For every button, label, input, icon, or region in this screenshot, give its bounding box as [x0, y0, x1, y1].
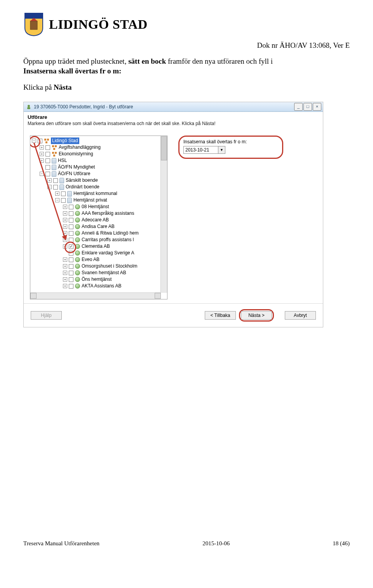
close-button[interactable]: ×: [313, 103, 321, 111]
wizard-buttons: Hjälp < Tillbaka Nästa > Avbryt: [24, 303, 323, 327]
expand-icon[interactable]: +: [63, 277, 67, 282]
checkbox[interactable]: [69, 271, 73, 275]
expand-icon[interactable]: −: [55, 198, 59, 202]
minimize-button[interactable]: _: [294, 103, 303, 111]
checkbox[interactable]: [45, 172, 50, 176]
expand-icon[interactable]: +: [40, 158, 44, 163]
svg-rect-7: [55, 145, 57, 147]
cancel-button[interactable]: Avbryt: [285, 311, 316, 320]
tree-node[interactable]: +Clementia AB: [32, 243, 167, 250]
expand-icon[interactable]: +: [40, 145, 44, 150]
expand-icon[interactable]: +: [63, 224, 67, 229]
tree-node[interactable]: + Särskilt boende: [32, 177, 167, 184]
checkbox[interactable]: [69, 277, 73, 282]
tree-label: Ekonomistyrning: [59, 151, 93, 157]
checkbox[interactable]: [61, 191, 66, 196]
checkbox[interactable]: [69, 205, 73, 209]
checkbox[interactable]: [45, 165, 50, 170]
checkbox[interactable]: [45, 145, 50, 150]
checkbox[interactable]: [69, 231, 73, 236]
document-page: LIDINGÖ STAD Dok nr ÄHO/AV 13:068, Ver E…: [0, 0, 373, 551]
tree-node[interactable]: +Adeocare AB: [32, 217, 167, 223]
svg-rect-2: [27, 107, 30, 109]
expand-icon[interactable]: +: [63, 257, 67, 262]
date-panel: Insatserna skall övertas fr o m: ▼: [178, 136, 317, 299]
tree-label: Hemtjänst privat: [73, 197, 107, 204]
tree-node[interactable]: +AKTA Assistans AB: [32, 283, 167, 289]
window-title: 19 370605-T000 Persdotter, Ingrid - Byt …: [34, 104, 133, 110]
expand-icon[interactable]: −: [47, 185, 52, 189]
checkbox[interactable]: [38, 139, 42, 143]
window-titlebar[interactable]: 19 370605-T000 Persdotter, Ingrid - Byt …: [24, 102, 323, 112]
clip-icon: [67, 191, 72, 197]
text-fragment: framför den nya utföraren och fyll i: [166, 57, 273, 65]
clip-icon: [67, 198, 72, 203]
tree-node[interactable]: − ÄO/FN Utförare: [32, 170, 167, 177]
expand-icon[interactable]: +: [63, 211, 67, 216]
expand-icon[interactable]: −: [40, 172, 44, 176]
footer-center: 2015-10-06: [202, 540, 230, 547]
checkbox[interactable]: [69, 224, 73, 229]
tree-node[interactable]: − Hemtjänst privat: [32, 197, 167, 204]
person-icon: [75, 237, 80, 242]
checkbox[interactable]: [61, 198, 66, 203]
expand-icon[interactable]: +: [55, 191, 59, 196]
date-input[interactable]: [183, 146, 218, 154]
checkbox[interactable]: [45, 152, 50, 157]
tree-label: Ordinärt boende: [66, 184, 99, 190]
tree-node[interactable]: +Svanen hemtjänst AB: [32, 270, 167, 276]
next-button[interactable]: Nästa >: [241, 311, 272, 320]
date-dropdown-button[interactable]: ▼: [218, 146, 225, 154]
tree-node[interactable]: +AAA flerspråkig assistans: [32, 210, 167, 217]
expand-icon[interactable]: +: [63, 244, 67, 249]
svg-point-1: [28, 105, 30, 107]
expand-icon[interactable]: +: [63, 205, 67, 209]
checkbox[interactable]: [69, 211, 73, 216]
expand-icon[interactable]: −: [32, 139, 36, 143]
expand-icon[interactable]: +: [40, 152, 44, 156]
scrollbar-horizontal[interactable]: [30, 292, 161, 299]
tree-node[interactable]: +Anneli & Ritwa Lidingö hem: [32, 230, 167, 237]
expand-icon[interactable]: +: [63, 264, 67, 268]
checkbox[interactable]: [69, 251, 73, 256]
checkbox[interactable]: [69, 257, 73, 262]
checkbox[interactable]: [69, 238, 73, 242]
tree-node[interactable]: − Ordinärt boende: [32, 184, 167, 190]
expand-icon[interactable]: +: [63, 218, 67, 222]
expand-icon[interactable]: +: [63, 231, 67, 235]
tree-node[interactable]: + Avgiftshandläggning: [32, 144, 167, 151]
tree-node[interactable]: +Eveo AB: [32, 256, 167, 263]
tree-label: Anneli & Ritwa Lidingö hem: [82, 230, 139, 237]
tree-node[interactable]: + Hemtjänst kommunal: [32, 190, 167, 197]
tree-node[interactable]: + Ekonomistyrning: [32, 151, 167, 157]
tree-node[interactable]: + HSL: [32, 157, 167, 164]
back-button[interactable]: < Tillbaka: [205, 311, 236, 320]
maximize-button[interactable]: □: [303, 103, 312, 111]
tree-label: Särskilt boende: [66, 177, 98, 184]
tree-list: − Lidingö Stad + Avgiftshandläggning +: [30, 136, 167, 291]
checkbox[interactable]: [69, 218, 73, 223]
org-tree[interactable]: − Lidingö Stad + Avgiftshandläggning +: [30, 136, 167, 299]
checkbox[interactable]: [53, 185, 58, 190]
tree-node[interactable]: +08 Hemtjänst: [32, 204, 167, 210]
tree-node[interactable]: ÄO/FN Myndighet: [32, 164, 167, 170]
tree-node-root[interactable]: − Lidingö Stad: [32, 137, 167, 144]
scrollbar-vertical[interactable]: [160, 136, 167, 293]
expand-icon[interactable]: +: [63, 238, 67, 242]
checkbox[interactable]: [45, 158, 50, 163]
help-button[interactable]: Hjälp: [31, 311, 62, 320]
tree-label: HSL: [58, 157, 67, 164]
tree-node[interactable]: Enklare vardag Sverige A: [32, 250, 167, 256]
tree-node[interactable]: +Andisa Care AB: [32, 223, 167, 230]
tree-node[interactable]: +Carritas proffs assistans l: [32, 237, 167, 243]
checkbox[interactable]: [69, 264, 73, 269]
tree-node[interactable]: +Omsorgshuset i Stockholm: [32, 263, 167, 270]
tree-node[interactable]: +Öns hemtjänst: [32, 276, 167, 283]
expand-icon[interactable]: +: [63, 284, 67, 288]
checkbox-checked[interactable]: [69, 244, 73, 249]
expand-icon[interactable]: +: [47, 178, 52, 183]
scroll-thumb[interactable]: [161, 136, 167, 160]
checkbox[interactable]: [69, 284, 73, 289]
expand-icon[interactable]: +: [63, 271, 67, 275]
checkbox[interactable]: [53, 178, 58, 183]
